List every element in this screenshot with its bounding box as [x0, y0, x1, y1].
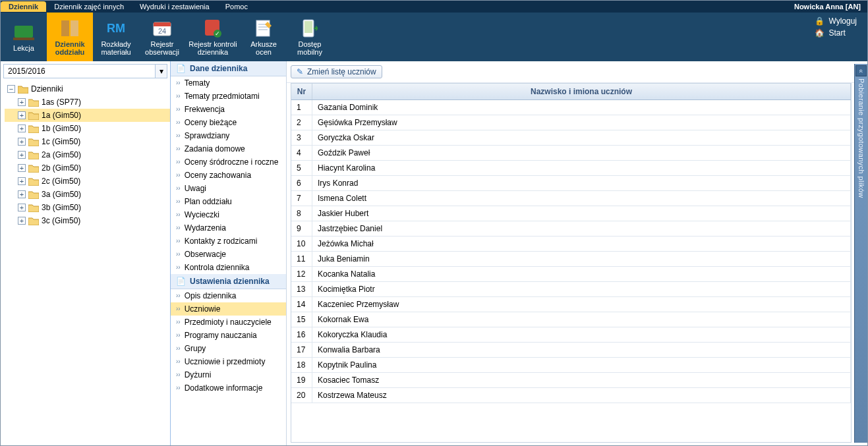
- table-row[interactable]: 12Kocanka Natalia: [291, 267, 851, 282]
- section-item[interactable]: ››Oceny bieżące: [171, 116, 286, 129]
- table-row[interactable]: 7Ismena Colett: [291, 191, 851, 206]
- tree-item[interactable]: +1a (Gim50): [5, 109, 170, 122]
- expand-icon[interactable]: +: [18, 125, 26, 132]
- section-item[interactable]: ››Wycieczki: [171, 208, 286, 221]
- section-item[interactable]: ››Oceny zachowania: [171, 169, 286, 182]
- ribbon-dostep-mobilny[interactable]: Dostęp mobilny: [287, 13, 333, 61]
- table-row[interactable]: 6Irys Konrad: [291, 176, 851, 191]
- ribbon-dziennik-oddzialu[interactable]: Dziennik oddziału: [47, 13, 93, 61]
- section-header: 📄Ustawienia dziennika: [171, 274, 286, 289]
- ribbon-lekcja[interactable]: Lekcja: [1, 13, 47, 61]
- section-item[interactable]: ››Wydarzenia: [171, 221, 286, 235]
- table-row[interactable]: 2Gęsiówka Przemysław: [291, 115, 851, 130]
- chevron-left-icon: «: [855, 65, 867, 76]
- ribbon-rejestr-obserwacji[interactable]: 24 Rejestr obserwacji: [139, 13, 185, 61]
- section-item[interactable]: ››Sprawdziany: [171, 129, 286, 142]
- tree-item[interactable]: +3a (Gim50): [5, 188, 170, 201]
- section-item[interactable]: ››Uczniowie i przedmioty: [171, 355, 286, 368]
- home-icon: 🏠: [815, 28, 825, 38]
- change-students-button[interactable]: ✎ Zmień listę uczniów: [291, 65, 382, 78]
- expand-icon[interactable]: +: [18, 98, 26, 106]
- pencil-icon: ✎: [297, 67, 303, 76]
- section-item[interactable]: ››Zadania domowe: [171, 142, 286, 155]
- table-row[interactable]: 11Juka Beniamin: [291, 252, 851, 267]
- section-menu: 📄Dane dziennika››Tematy››Tematy przedmio…: [171, 61, 287, 445]
- tab-pomoc[interactable]: Pomoc: [217, 1, 256, 12]
- table-row[interactable]: 3Goryczka Oskar: [291, 130, 851, 146]
- tree-item[interactable]: +3c (Gim50): [5, 214, 170, 227]
- expand-icon[interactable]: +: [18, 190, 26, 198]
- tree-item[interactable]: +1c (Gim50): [5, 135, 170, 148]
- sheet-pencil-icon: [253, 18, 274, 39]
- expand-icon[interactable]: +: [18, 164, 26, 172]
- section-item[interactable]: ››Tematy przedmiotami: [171, 90, 286, 103]
- downloads-panel-tab[interactable]: « Pobieranie przygotowanych plików: [854, 64, 867, 443]
- tab-dziennik[interactable]: Dziennik: [1, 1, 46, 12]
- table-row[interactable]: 10Jeżówka Michał: [291, 237, 851, 252]
- section-item[interactable]: ››Obserwacje: [171, 248, 286, 261]
- tree-item[interactable]: +2c (Gim50): [5, 175, 170, 188]
- rm-icon: RM: [105, 18, 127, 39]
- ribbon-rozklady[interactable]: RM Rozkłady materiału: [93, 13, 139, 61]
- section-item[interactable]: ››Opis dziennika: [171, 289, 286, 302]
- section-item[interactable]: ››Plan oddziału: [171, 195, 286, 208]
- col-name[interactable]: Nazwisko i imiona uczniów: [312, 84, 851, 99]
- table-row[interactable]: 14Kaczeniec Przemysław: [291, 297, 851, 312]
- current-user: Nowicka Anna [AN]: [794, 3, 867, 11]
- table-row[interactable]: 5Hiacynt Karolina: [291, 161, 851, 176]
- table-row[interactable]: 19Kosaciec Tomasz: [291, 373, 851, 388]
- table-row[interactable]: 16Kokoryczka Klaudia: [291, 327, 851, 343]
- section-item[interactable]: ››Tematy: [171, 76, 286, 90]
- expand-icon[interactable]: +: [18, 138, 26, 146]
- ribbon-rejestr-kontroli[interactable]: ✓ Rejestr kontroli dziennika: [185, 13, 241, 61]
- section-item[interactable]: ››Uczniowie: [171, 302, 286, 316]
- section-item[interactable]: ››Uwagi: [171, 182, 286, 195]
- expand-icon[interactable]: +: [18, 204, 26, 211]
- tab-wydruki[interactable]: Wydruki i zestawienia: [132, 1, 217, 12]
- section-item[interactable]: ››Programy nauczania: [171, 329, 286, 342]
- section-item[interactable]: ››Przedmioty i nauczyciele: [171, 316, 286, 329]
- tree-item[interactable]: +1b (Gim50): [5, 122, 170, 135]
- logout-link[interactable]: 🔒 Wyloguj: [815, 16, 857, 26]
- svg-rect-1: [13, 38, 34, 40]
- chevron-right-icon: ››: [176, 304, 181, 314]
- expand-icon[interactable]: +: [18, 151, 26, 159]
- section-item[interactable]: ››Frekwencja: [171, 103, 286, 116]
- svg-text:✓: ✓: [215, 30, 220, 37]
- section-item[interactable]: ››Kontakty z rodzicami: [171, 235, 286, 248]
- table-row[interactable]: 17Konwalia Barbara: [291, 343, 851, 358]
- tree-item[interactable]: +2b (Gim50): [5, 161, 170, 175]
- school-year-select[interactable]: 2015/2016 ▾: [3, 64, 167, 78]
- table-row[interactable]: 18Kopytnik Paulina: [291, 358, 851, 373]
- table-row[interactable]: 20Kostrzewa Mateusz: [291, 388, 851, 403]
- chevron-right-icon: ››: [176, 357, 181, 366]
- section-item[interactable]: ››Dodatkowe informacje: [171, 381, 286, 395]
- tree-item[interactable]: +1as (SP77): [5, 96, 170, 109]
- expand-icon[interactable]: +: [18, 111, 26, 119]
- section-item[interactable]: ››Dyżurni: [171, 368, 286, 381]
- section-item[interactable]: ››Grupy: [171, 342, 286, 355]
- section-item[interactable]: ››Kontrola dziennika: [171, 261, 286, 274]
- expand-icon[interactable]: +: [18, 177, 26, 185]
- collapse-icon[interactable]: −: [7, 85, 15, 93]
- chevron-right-icon: ››: [176, 383, 181, 393]
- table-row[interactable]: 4Goździk Paweł: [291, 146, 851, 161]
- tree-root[interactable]: −Dzienniki: [5, 82, 170, 96]
- table-row[interactable]: 13Kocimiętka Piotr: [291, 282, 851, 297]
- tree-item[interactable]: +2a (Gim50): [5, 148, 170, 161]
- expand-icon[interactable]: +: [18, 217, 26, 225]
- ribbon-arkusze[interactable]: Arkusze ocen: [241, 13, 287, 61]
- chevron-right-icon: ››: [176, 92, 181, 101]
- section-item[interactable]: ››Oceny śródroczne i roczne: [171, 155, 286, 169]
- chevron-right-icon: ››: [176, 78, 181, 88]
- tab-dziennik-innych[interactable]: Dziennik zajęć innych: [46, 1, 132, 12]
- students-table: Nr Nazwisko i imiona uczniów 1Gazania Do…: [291, 83, 852, 443]
- table-row[interactable]: 8Jaskier Hubert: [291, 206, 851, 221]
- tree-item[interactable]: +3b (Gim50): [5, 201, 170, 214]
- col-nr[interactable]: Nr: [291, 84, 312, 99]
- table-row[interactable]: 15Kokornak Ewa: [291, 312, 851, 327]
- table-row[interactable]: 9Jastrzębiec Daniel: [291, 221, 851, 237]
- chevron-right-icon: ››: [176, 223, 181, 233]
- start-link[interactable]: 🏠 Start: [815, 28, 857, 38]
- table-row[interactable]: 1Gazania Dominik: [291, 100, 851, 115]
